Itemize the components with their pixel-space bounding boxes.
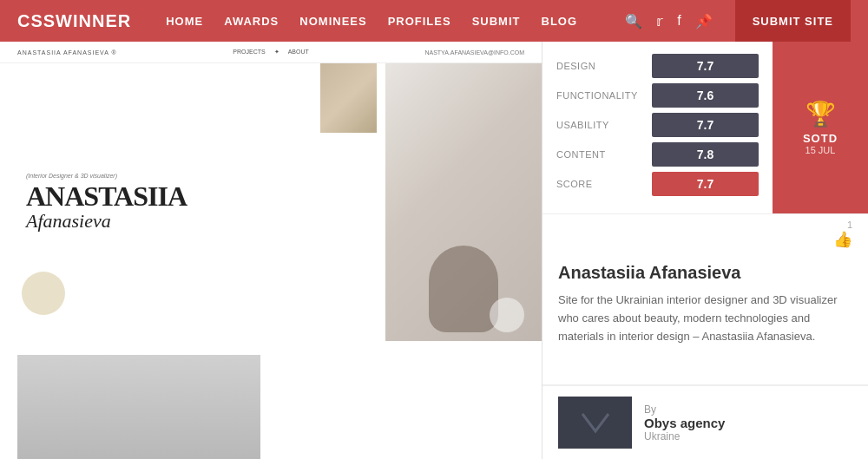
score-bar: 7.7 [652, 54, 759, 78]
score-row-functionality: FUNCTIONALITY7.6 [556, 83, 759, 108]
like-count: 1 [847, 220, 852, 230]
mock-sofa-image [17, 355, 260, 459]
nav-submit[interactable]: SUBMIT [472, 15, 521, 28]
twitter-icon[interactable]: 𝕣 [656, 13, 663, 30]
search-icon[interactable]: 🔍 [625, 13, 642, 30]
like-area: 1 👍 [542, 214, 868, 249]
score-bar: 7.7 [652, 172, 759, 196]
site-title: Anastasiia Afanasieva [558, 263, 852, 283]
score-value: 7.7 [697, 177, 713, 191]
mock-bottom-circle [490, 298, 524, 332]
nav-home[interactable]: HOME [166, 15, 203, 28]
mock-top-image [320, 63, 377, 133]
agency-name[interactable]: Obys agency [644, 416, 725, 430]
preview-frame: ANASTASIIA AFANASIEVA ® PROJECTS ✦ ABOUT… [0, 42, 542, 459]
like-icon[interactable]: 👍 [833, 230, 852, 249]
scores-section: DESIGN7.7FUNCTIONALITY7.6USABILITY7.7CON… [542, 42, 773, 213]
nav-profiles[interactable]: PROFILES [388, 15, 451, 28]
sotd-label: SOTD [803, 132, 838, 145]
header-right: 🔍 𝕣 f 📌 SUBMIT SITE [625, 0, 851, 42]
pinterest-icon[interactable]: 📌 [695, 13, 713, 30]
score-label: CONTENT [556, 149, 652, 160]
agency-logo-icon [578, 410, 613, 436]
agency-logo[interactable] [558, 397, 632, 449]
score-label: USABILITY [556, 120, 652, 130]
agency-section: By Obys agency Ukraine [542, 385, 868, 459]
score-row-design: DESIGN7.7 [556, 54, 759, 78]
right-panel: DESIGN7.7FUNCTIONALITY7.6USABILITY7.7CON… [542, 42, 868, 459]
mock-decorative-circle [22, 272, 65, 315]
score-value: 7.7 [697, 118, 713, 132]
logo[interactable]: CSSWINNER [17, 11, 131, 31]
score-value: 7.6 [697, 89, 713, 102]
mock-hero: (Interior Designer & 3D visualizer) ANAS… [0, 63, 542, 341]
sotd-section: 🏆 SOTD 15 JUL [773, 42, 868, 213]
main-content: ANASTASIIA AFANASIEVA ® PROJECTS ✦ ABOUT… [0, 42, 868, 459]
nav-blog[interactable]: BLOG [542, 15, 578, 28]
mock-hero-right [385, 63, 542, 341]
site-info-section: Anastasiia Afanasieva Site for the Ukrai… [542, 249, 868, 385]
score-bar: 7.8 [652, 142, 759, 167]
nav-awards[interactable]: AWARDS [224, 15, 279, 28]
trophy-icon: 🏆 [806, 100, 836, 128]
mock-title-line2: Afanasieva [26, 210, 368, 233]
score-value: 7.8 [697, 148, 713, 161]
score-row-usability: USABILITY7.7 [556, 113, 759, 137]
agency-info: By Obys agency Ukraine [644, 403, 725, 443]
score-row-content: CONTENT7.8 [556, 142, 759, 167]
mock-nav: ANASTASIIA AFANASIEVA ® PROJECTS ✦ ABOUT… [0, 42, 542, 63]
sotd-date: 15 JUL [806, 145, 836, 155]
site-description: Site for the Ukrainian interior designer… [558, 292, 852, 345]
mock-links: PROJECTS ✦ ABOUT [233, 49, 308, 56]
score-bar: 7.7 [652, 113, 759, 137]
submit-site-button[interactable]: SUBMIT SITE [735, 0, 851, 42]
score-value: 7.7 [697, 59, 713, 73]
agency-country: Ukraine [644, 430, 725, 443]
mock-hero-left: (Interior Designer & 3D visualizer) ANAS… [0, 63, 385, 341]
mock-email: NASTYA.AFANASIEVA@INFO.COM [424, 49, 524, 56]
nav-nominees[interactable]: NOMINEES [299, 15, 366, 28]
mock-title-line1: ANASTASIIA [26, 182, 368, 210]
mock-chair-shape [429, 246, 498, 332]
score-label: FUNCTIONALITY [556, 90, 652, 101]
score-bar: 7.6 [652, 83, 759, 108]
mock-site-name: ANASTASIIA AFANASIEVA ® [17, 49, 117, 56]
mock-chair-image [385, 63, 542, 341]
site-preview[interactable]: ANASTASIIA AFANASIEVA ® PROJECTS ✦ ABOUT… [0, 42, 542, 459]
agency-by-label: By [644, 403, 725, 416]
header: CSSWINNER HOME AWARDS NOMINEES PROFILES … [0, 0, 868, 42]
facebook-icon[interactable]: f [677, 13, 681, 29]
score-label: DESIGN [556, 61, 652, 71]
scores-sotd-container: DESIGN7.7FUNCTIONALITY7.6USABILITY7.7CON… [542, 42, 868, 214]
mock-subtitle: (Interior Designer & 3D visualizer) [26, 173, 368, 179]
score-row-score: SCORE7.7 [556, 172, 759, 196]
nav-bar: HOME AWARDS NOMINEES PROFILES SUBMIT BLO… [166, 15, 599, 28]
score-label: SCORE [556, 179, 652, 189]
